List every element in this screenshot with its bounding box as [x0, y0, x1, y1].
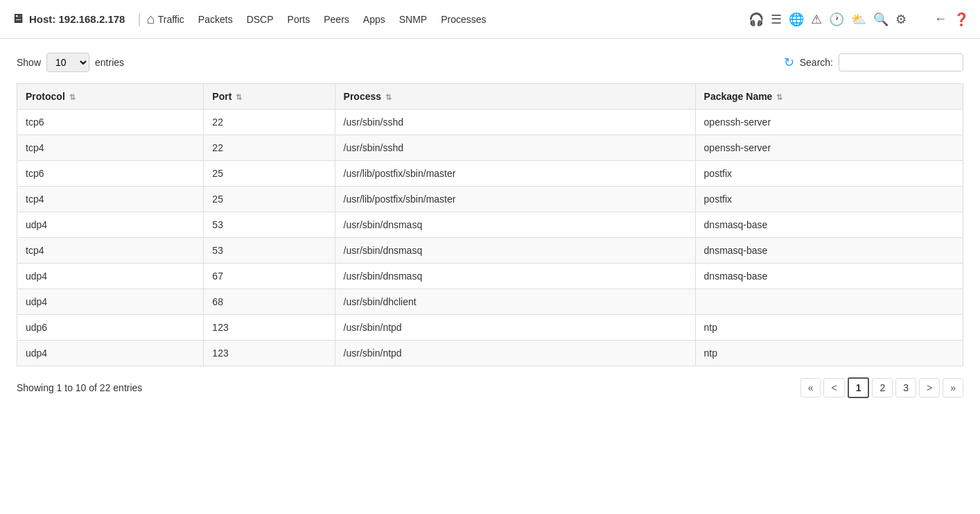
nav-link-peers[interactable]: Peers [324, 14, 349, 25]
cell-package_name [695, 289, 963, 315]
cell-protocol: tcp4 [17, 187, 204, 212]
clock-icon[interactable]: 🕐 [829, 12, 844, 27]
cell-process: /usr/sbin/sshd [335, 110, 695, 135]
alert-icon[interactable]: ⚠ [811, 12, 822, 27]
refresh-icon[interactable]: ↻ [784, 55, 794, 70]
cell-protocol: udp4 [17, 212, 204, 238]
show-label: Show [17, 57, 41, 68]
cell-process: /usr/sbin/dnsmasq [335, 212, 695, 238]
cell-port: 25 [204, 161, 335, 187]
cell-protocol: udp6 [17, 315, 204, 341]
table-row: udp468/usr/sbin/dhclient [17, 289, 963, 315]
cell-port: 22 [204, 110, 335, 135]
col-header-package_name[interactable]: Package Name⇅ [695, 84, 963, 110]
cell-protocol: udp4 [17, 341, 204, 366]
cell-port: 67 [204, 264, 335, 289]
cell-port: 123 [204, 315, 335, 341]
cell-process: /usr/sbin/ntpd [335, 315, 695, 341]
cell-protocol: tcp4 [17, 238, 204, 264]
cell-package_name: postfix [695, 187, 963, 212]
show-entries: Show 102550100 entries [17, 53, 124, 72]
col-header-port[interactable]: Port⇅ [204, 84, 335, 110]
cell-port: 68 [204, 289, 335, 315]
back-icon[interactable]: ← [934, 12, 947, 26]
home-icon[interactable]: ⌂ [147, 11, 155, 27]
cell-protocol: tcp6 [17, 161, 204, 187]
pagination-prev[interactable]: < [823, 378, 844, 397]
cell-protocol: udp4 [17, 289, 204, 315]
nav-link-snmp[interactable]: SNMP [399, 14, 427, 25]
globe-icon[interactable]: 🌐 [789, 12, 804, 27]
cell-process: /usr/sbin/sshd [335, 135, 695, 161]
table-row: udp453/usr/sbin/dnsmasqdnsmasq-base [17, 212, 963, 238]
nav-divider: | [137, 11, 141, 27]
entries-label: entries [95, 57, 124, 68]
header-row: Protocol⇅Port⇅Process⇅Package Name⇅ [17, 84, 963, 110]
nav-links: TrafficPacketsDSCPPortsPeersAppsSNMPProc… [158, 14, 487, 25]
search-icon[interactable]: 🔍 [873, 12, 889, 27]
cell-process: /usr/lib/postfix/sbin/master [335, 187, 695, 212]
pagination-page-3[interactable]: 3 [895, 378, 916, 397]
cell-port: 123 [204, 341, 335, 366]
help-icon[interactable]: ❓ [954, 12, 969, 27]
pagination-first[interactable]: « [800, 378, 821, 397]
sort-arrows: ⇅ [385, 93, 392, 102]
table-row: tcp453/usr/sbin/dnsmasqdnsmasq-base [17, 238, 963, 264]
entries-select[interactable]: 102550100 [46, 53, 89, 72]
cell-process: /usr/lib/postfix/sbin/master [335, 161, 695, 187]
cell-package_name: ntp [695, 341, 963, 366]
table-row: tcp422/usr/sbin/sshdopenssh-server [17, 135, 963, 161]
table-head: Protocol⇅Port⇅Process⇅Package Name⇅ [17, 84, 963, 110]
table-row: tcp622/usr/sbin/sshdopenssh-server [17, 110, 963, 135]
sort-arrows: ⇅ [776, 93, 782, 102]
monitor-icon: 🖥 [11, 12, 24, 26]
menu-icon[interactable]: ☰ [771, 12, 782, 27]
cell-package_name: openssh-server [695, 135, 963, 161]
pagination-last[interactable]: » [943, 378, 963, 397]
main-content: Show 102550100 entries ↻ Search: Protoco… [0, 39, 980, 412]
nav-link-dscp[interactable]: DSCP [247, 14, 274, 25]
cell-port: 22 [204, 135, 335, 161]
sort-arrows: ⇅ [69, 93, 76, 102]
col-header-protocol[interactable]: Protocol⇅ [17, 84, 204, 110]
cell-protocol: tcp6 [17, 110, 204, 135]
gear-icon[interactable]: ⚙ [895, 12, 907, 27]
data-table: Protocol⇅Port⇅Process⇅Package Name⇅ tcp6… [17, 83, 963, 366]
cell-process: /usr/sbin/dnsmasq [335, 238, 695, 264]
cell-package_name: dnsmasq-base [695, 212, 963, 238]
cloud-icon[interactable]: ⛅ [851, 12, 866, 27]
cell-process: /usr/sbin/ntpd [335, 341, 695, 366]
table-row: udp4123/usr/sbin/ntpdntp [17, 341, 963, 366]
brand: 🖥 Host: 192.168.2.178 [11, 12, 125, 26]
cell-protocol: udp4 [17, 264, 204, 289]
nav-link-apps[interactable]: Apps [363, 14, 385, 25]
nav-link-traffic[interactable]: Traffic [158, 14, 184, 25]
navbar: 🖥 Host: 192.168.2.178 | ⌂ TrafficPackets… [0, 0, 980, 39]
cell-package_name: openssh-server [695, 110, 963, 135]
showing-text: Showing 1 to 10 of 22 entries [17, 382, 142, 393]
table-footer: Showing 1 to 10 of 22 entries «<123>» [17, 377, 963, 398]
cell-process: /usr/sbin/dhclient [335, 289, 695, 315]
nav-icons: 🎧 ☰ 🌐 ⚠ 🕐 ⛅ 🔍 ⚙ ← ❓ [749, 12, 969, 27]
col-header-process[interactable]: Process⇅ [335, 84, 695, 110]
table-row: udp6123/usr/sbin/ntpdntp [17, 315, 963, 341]
cell-package_name: postfix [695, 161, 963, 187]
nav-link-packets[interactable]: Packets [198, 14, 233, 25]
nav-link-processes[interactable]: Processes [441, 14, 486, 25]
table-row: tcp425/usr/lib/postfix/sbin/masterpostfi… [17, 187, 963, 212]
table-controls: Show 102550100 entries ↻ Search: [17, 53, 963, 72]
nav-link-ports[interactable]: Ports [288, 14, 310, 25]
search-box: ↻ Search: [784, 53, 963, 71]
pagination-page-1[interactable]: 1 [848, 377, 870, 398]
cell-package_name: dnsmasq-base [695, 264, 963, 289]
search-label: Search: [800, 57, 833, 68]
table-body: tcp622/usr/sbin/sshdopenssh-servertcp422… [17, 110, 963, 366]
sort-arrows: ⇅ [236, 93, 242, 102]
headphones-icon[interactable]: 🎧 [749, 12, 764, 27]
pagination-page-2[interactable]: 2 [872, 378, 893, 397]
cell-package_name: dnsmasq-base [695, 238, 963, 264]
search-input[interactable] [839, 53, 963, 71]
host-label: Host: 192.168.2.178 [29, 13, 125, 25]
cell-port: 25 [204, 187, 335, 212]
pagination-next[interactable]: > [919, 378, 940, 397]
